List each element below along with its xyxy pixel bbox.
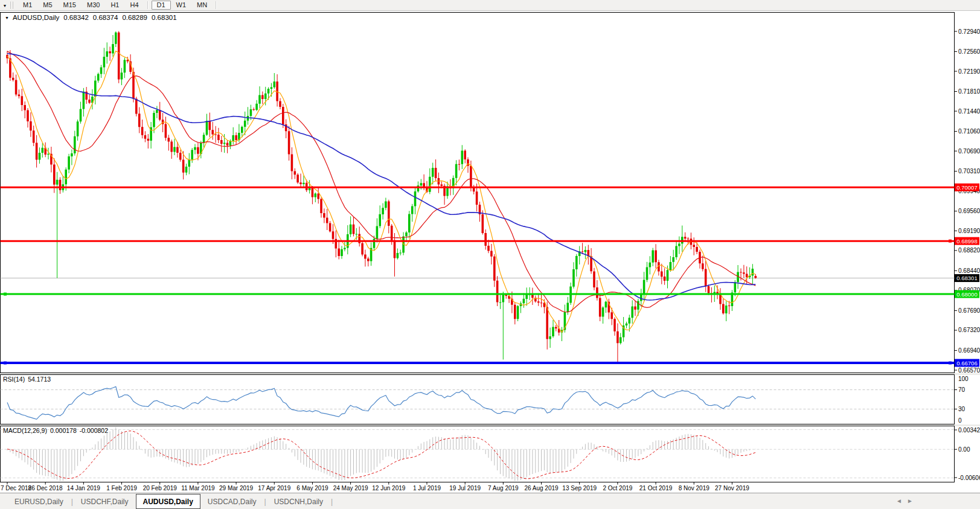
resistance-line-lower-handle — [949, 240, 952, 243]
rsi-pane-frame — [1, 375, 955, 424]
timeframe-button-m5[interactable]: M5 — [37, 1, 57, 10]
support-line-green-handle — [4, 293, 7, 296]
date-tick-label: 7 Aug 2019 — [488, 485, 519, 491]
timeframe-button-d1[interactable]: D1 — [152, 1, 171, 10]
date-tick-label: 1 Jul 2019 — [413, 485, 441, 491]
macd-tick-label: -0.006069 — [958, 475, 980, 481]
date-tick-label: 8 Nov 2019 — [679, 485, 710, 491]
rsi-name: RSI(14) — [3, 376, 25, 383]
timeframe-button-h1[interactable]: H1 — [105, 1, 124, 10]
tab-audusd[interactable]: AUDUSD,Daily — [136, 494, 200, 509]
date-tick-label: 29 Mar 2019 — [219, 485, 254, 491]
macd-pane-frame — [1, 426, 955, 482]
ohlc-open-value: 0.68342 — [63, 14, 89, 21]
price-tick-label: 0.67320 — [958, 327, 980, 333]
tab-separator: | — [330, 498, 333, 506]
price-tick-label: 0.70310 — [958, 168, 980, 174]
price-tick-label: 0.72940 — [958, 28, 980, 35]
price-tick-label: 0.70690 — [958, 148, 980, 155]
chart-canvas[interactable]: 0.729400.725600.721900.718100.714400.710… — [0, 10, 980, 493]
date-tick-label: 13 Sep 2019 — [562, 485, 597, 491]
chart-title: ▼ AUDUSD,Daily 0.68342 0.68374 0.68289 0… — [5, 14, 181, 21]
timeframe-button-m1[interactable]: M1 — [18, 1, 37, 10]
tab-usdchf[interactable]: USDCHF,Daily — [74, 493, 136, 509]
date-tick-label: 1 Feb 2019 — [106, 485, 137, 491]
date-tick-label: 14 Jan 2019 — [67, 485, 100, 491]
date-tick-label: 26 Aug 2019 — [524, 485, 559, 491]
price-tick-label: 0.68820 — [958, 247, 980, 254]
tabbar-scroll-right-arrow[interactable]: ► — [907, 498, 913, 504]
price-tick-label: 0.66570 — [958, 367, 980, 374]
toolbar-menu-arrow-icon[interactable]: ▼ — [0, 3, 10, 8]
support-line-blue-price-flag-text: 0.66706 — [956, 360, 977, 367]
toolbar: ▼ M1M5M15M30H1H4D1W1MN — [0, 0, 980, 11]
price-axis[interactable]: 0.729400.725600.721900.718100.714400.710… — [955, 28, 980, 481]
price-tick-label: 0.69560 — [958, 208, 980, 214]
date-tick-label: 20 Feb 2019 — [143, 485, 178, 491]
price-tick-label: 0.72190 — [958, 68, 980, 75]
resistance-line-upper-price-flag-text: 0.70007 — [956, 184, 977, 191]
tab-usdcnh[interactable]: USDCNH,Daily — [267, 493, 330, 509]
resistance-line-lower-price-flag-text: 0.68998 — [956, 238, 977, 245]
date-tick-label: 24 May 2019 — [333, 485, 368, 491]
rsi-tick-label: 100 — [958, 376, 969, 382]
date-tick-label: 2 Oct 2019 — [603, 485, 632, 491]
tab-eurusd[interactable]: EURUSD,Daily — [7, 493, 71, 509]
toolbar-separator — [147, 1, 149, 9]
price-tick-label: 0.69190 — [958, 228, 980, 234]
rsi-pane[interactable] — [1, 375, 955, 424]
ohlc-low-value: 0.68289 — [122, 14, 147, 21]
date-tick-label: 12 Jun 2019 — [372, 485, 405, 491]
main-price-pane[interactable] — [1, 13, 955, 373]
symbol-tabs: EURUSD,Daily|USDCHF,DailyAUDUSD,DailyUSD… — [0, 493, 980, 509]
timeframe-button-m15[interactable]: M15 — [58, 1, 82, 10]
support-line-green-price-flag-text: 0.68000 — [956, 291, 977, 298]
date-tick-label: 19 Jul 2019 — [449, 485, 481, 491]
macd-indicator-label: MACD(12,26,9)0.000178-0.000802 — [3, 427, 111, 434]
price-tick-label: 0.71440 — [958, 108, 980, 115]
ohlc-close-value: 0.68301 — [152, 14, 177, 21]
date-axis[interactable]: 7 Dec 201826 Dec 201814 Jan 20191 Feb 20… — [1, 482, 749, 492]
date-tick-label: 26 Dec 2018 — [28, 485, 63, 491]
tab-usdcad[interactable]: USDCAD,Daily — [200, 493, 264, 509]
rsi-value: 54.1713 — [28, 376, 51, 383]
rsi-indicator-label: RSI(14)54.1713 — [3, 376, 54, 383]
timeframe-button-m30[interactable]: M30 — [82, 1, 105, 10]
date-tick-label: 17 Apr 2019 — [258, 485, 290, 491]
date-tick-label: 7 Dec 2018 — [1, 485, 32, 491]
rsi-tick-label: 0 — [958, 417, 962, 424]
price-tick-label: 0.66940 — [958, 347, 980, 354]
rsi-tick-label: 70 — [958, 386, 966, 393]
price-tick-label: 0.67690 — [958, 307, 980, 314]
price-tick-label: 0.71810 — [958, 88, 980, 95]
timeframe-button-h4[interactable]: H4 — [124, 1, 144, 10]
timeframe-button-mn[interactable]: MN — [191, 1, 213, 10]
chart-symbol-label: AUDUSD,Daily — [13, 14, 59, 21]
price-tick-label: 0.68440 — [958, 267, 980, 274]
support-line-blue-handle — [949, 362, 952, 365]
macd-name: MACD(12,26,9) — [3, 427, 47, 434]
macd-pane[interactable] — [1, 426, 955, 482]
date-tick-label: 6 May 2019 — [296, 485, 328, 491]
support-line-blue-handle — [4, 362, 7, 365]
macd-main-value: 0.000178 — [50, 427, 77, 434]
tab-bar: EURUSD,Daily|USDCHF,DailyAUDUSD,DailyUSD… — [0, 493, 980, 509]
macd-signal-value: -0.000802 — [80, 427, 108, 434]
date-tick-label: 11 Mar 2019 — [181, 485, 215, 491]
price-tick-label: 0.71060 — [958, 128, 980, 135]
bid-price-flag-text: 0.68301 — [956, 275, 977, 281]
timeframe-button-w1[interactable]: W1 — [171, 1, 192, 10]
price-tick-label: 0.72560 — [958, 48, 980, 55]
toolbar-separator — [216, 1, 217, 9]
tabbar-scroll-left-arrow[interactable]: ◄ — [896, 498, 902, 504]
toolbar-gripper[interactable] — [10, 2, 13, 8]
rsi-tick-label: 30 — [958, 406, 966, 412]
macd-tick-label: 0.003421 — [958, 427, 980, 434]
ohlc-high-value: 0.68374 — [93, 14, 118, 21]
date-tick-label: 27 Nov 2019 — [715, 485, 749, 491]
date-tick-label: 21 Oct 2019 — [639, 485, 673, 491]
timeframe-button-group: M1M5M15M30H1H4D1W1MN — [18, 1, 220, 10]
macd-tick-label: 0.00 — [958, 446, 970, 453]
chart-context-arrow-icon[interactable]: ▼ — [5, 16, 9, 20]
